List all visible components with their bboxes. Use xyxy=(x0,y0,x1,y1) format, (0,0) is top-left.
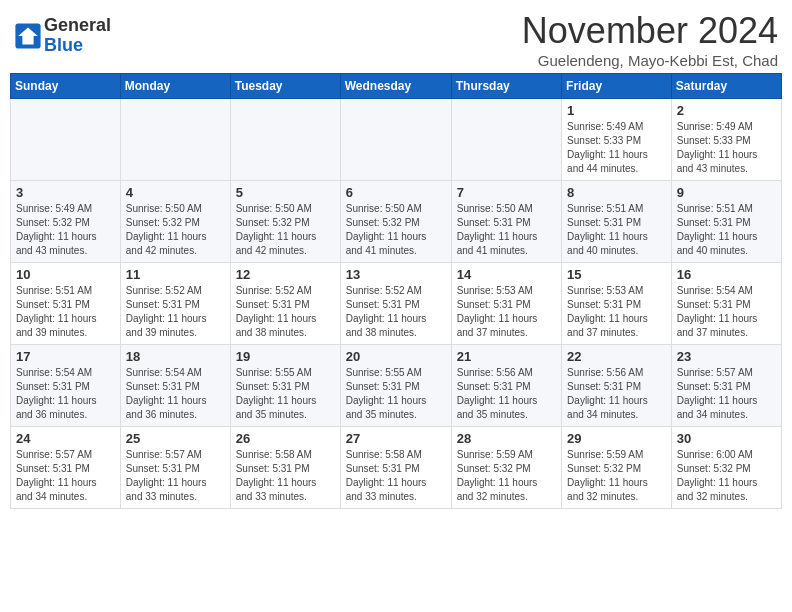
calendar-cell: 2Sunrise: 5:49 AM Sunset: 5:33 PM Daylig… xyxy=(671,99,781,181)
day-info: Sunrise: 5:51 AM Sunset: 5:31 PM Dayligh… xyxy=(567,202,666,258)
day-number: 25 xyxy=(126,431,225,446)
day-number: 2 xyxy=(677,103,776,118)
day-number: 30 xyxy=(677,431,776,446)
calendar-week-row: 17Sunrise: 5:54 AM Sunset: 5:31 PM Dayli… xyxy=(11,345,782,427)
day-number: 27 xyxy=(346,431,446,446)
day-info: Sunrise: 5:54 AM Sunset: 5:31 PM Dayligh… xyxy=(126,366,225,422)
title-section: November 2024 Guelendeng, Mayo-Kebbi Est… xyxy=(522,10,778,69)
day-info: Sunrise: 5:50 AM Sunset: 5:31 PM Dayligh… xyxy=(457,202,556,258)
logo-blue-text: Blue xyxy=(44,36,111,56)
calendar-cell: 11Sunrise: 5:52 AM Sunset: 5:31 PM Dayli… xyxy=(120,263,230,345)
day-info: Sunrise: 5:52 AM Sunset: 5:31 PM Dayligh… xyxy=(126,284,225,340)
day-number: 19 xyxy=(236,349,335,364)
day-number: 10 xyxy=(16,267,115,282)
calendar-cell: 3Sunrise: 5:49 AM Sunset: 5:32 PM Daylig… xyxy=(11,181,121,263)
calendar-cell: 25Sunrise: 5:57 AM Sunset: 5:31 PM Dayli… xyxy=(120,427,230,509)
page-header: General Blue November 2024 Guelendeng, M… xyxy=(10,10,782,69)
location-subtitle: Guelendeng, Mayo-Kebbi Est, Chad xyxy=(522,52,778,69)
calendar-cell: 7Sunrise: 5:50 AM Sunset: 5:31 PM Daylig… xyxy=(451,181,561,263)
day-info: Sunrise: 5:56 AM Sunset: 5:31 PM Dayligh… xyxy=(567,366,666,422)
calendar-table: SundayMondayTuesdayWednesdayThursdayFrid… xyxy=(10,73,782,509)
calendar-cell xyxy=(451,99,561,181)
calendar-cell: 29Sunrise: 5:59 AM Sunset: 5:32 PM Dayli… xyxy=(562,427,672,509)
calendar-cell: 23Sunrise: 5:57 AM Sunset: 5:31 PM Dayli… xyxy=(671,345,781,427)
day-number: 3 xyxy=(16,185,115,200)
calendar-cell: 1Sunrise: 5:49 AM Sunset: 5:33 PM Daylig… xyxy=(562,99,672,181)
logo-general-text: General xyxy=(44,16,111,36)
calendar-week-row: 10Sunrise: 5:51 AM Sunset: 5:31 PM Dayli… xyxy=(11,263,782,345)
calendar-cell: 13Sunrise: 5:52 AM Sunset: 5:31 PM Dayli… xyxy=(340,263,451,345)
day-info: Sunrise: 6:00 AM Sunset: 5:32 PM Dayligh… xyxy=(677,448,776,504)
day-info: Sunrise: 5:49 AM Sunset: 5:33 PM Dayligh… xyxy=(567,120,666,176)
calendar-cell: 24Sunrise: 5:57 AM Sunset: 5:31 PM Dayli… xyxy=(11,427,121,509)
day-info: Sunrise: 5:54 AM Sunset: 5:31 PM Dayligh… xyxy=(16,366,115,422)
day-info: Sunrise: 5:49 AM Sunset: 5:33 PM Dayligh… xyxy=(677,120,776,176)
day-info: Sunrise: 5:58 AM Sunset: 5:31 PM Dayligh… xyxy=(236,448,335,504)
calendar-week-row: 3Sunrise: 5:49 AM Sunset: 5:32 PM Daylig… xyxy=(11,181,782,263)
weekday-header-saturday: Saturday xyxy=(671,74,781,99)
day-info: Sunrise: 5:51 AM Sunset: 5:31 PM Dayligh… xyxy=(16,284,115,340)
day-number: 7 xyxy=(457,185,556,200)
calendar-cell: 30Sunrise: 6:00 AM Sunset: 5:32 PM Dayli… xyxy=(671,427,781,509)
day-number: 18 xyxy=(126,349,225,364)
day-number: 21 xyxy=(457,349,556,364)
calendar-cell: 4Sunrise: 5:50 AM Sunset: 5:32 PM Daylig… xyxy=(120,181,230,263)
calendar-cell: 19Sunrise: 5:55 AM Sunset: 5:31 PM Dayli… xyxy=(230,345,340,427)
day-number: 12 xyxy=(236,267,335,282)
day-number: 14 xyxy=(457,267,556,282)
calendar-cell xyxy=(230,99,340,181)
day-info: Sunrise: 5:56 AM Sunset: 5:31 PM Dayligh… xyxy=(457,366,556,422)
day-info: Sunrise: 5:55 AM Sunset: 5:31 PM Dayligh… xyxy=(346,366,446,422)
calendar-cell: 17Sunrise: 5:54 AM Sunset: 5:31 PM Dayli… xyxy=(11,345,121,427)
day-info: Sunrise: 5:59 AM Sunset: 5:32 PM Dayligh… xyxy=(457,448,556,504)
day-number: 29 xyxy=(567,431,666,446)
day-number: 13 xyxy=(346,267,446,282)
weekday-header-wednesday: Wednesday xyxy=(340,74,451,99)
day-info: Sunrise: 5:53 AM Sunset: 5:31 PM Dayligh… xyxy=(457,284,556,340)
calendar-cell: 12Sunrise: 5:52 AM Sunset: 5:31 PM Dayli… xyxy=(230,263,340,345)
day-number: 28 xyxy=(457,431,556,446)
day-number: 1 xyxy=(567,103,666,118)
day-number: 4 xyxy=(126,185,225,200)
day-number: 15 xyxy=(567,267,666,282)
day-number: 26 xyxy=(236,431,335,446)
calendar-week-row: 1Sunrise: 5:49 AM Sunset: 5:33 PM Daylig… xyxy=(11,99,782,181)
calendar-cell: 10Sunrise: 5:51 AM Sunset: 5:31 PM Dayli… xyxy=(11,263,121,345)
day-info: Sunrise: 5:53 AM Sunset: 5:31 PM Dayligh… xyxy=(567,284,666,340)
calendar-cell: 18Sunrise: 5:54 AM Sunset: 5:31 PM Dayli… xyxy=(120,345,230,427)
day-info: Sunrise: 5:58 AM Sunset: 5:31 PM Dayligh… xyxy=(346,448,446,504)
calendar-cell: 28Sunrise: 5:59 AM Sunset: 5:32 PM Dayli… xyxy=(451,427,561,509)
day-number: 17 xyxy=(16,349,115,364)
day-info: Sunrise: 5:50 AM Sunset: 5:32 PM Dayligh… xyxy=(346,202,446,258)
day-info: Sunrise: 5:52 AM Sunset: 5:31 PM Dayligh… xyxy=(236,284,335,340)
calendar-cell: 6Sunrise: 5:50 AM Sunset: 5:32 PM Daylig… xyxy=(340,181,451,263)
logo: General Blue xyxy=(14,16,111,56)
calendar-cell: 22Sunrise: 5:56 AM Sunset: 5:31 PM Dayli… xyxy=(562,345,672,427)
day-info: Sunrise: 5:50 AM Sunset: 5:32 PM Dayligh… xyxy=(236,202,335,258)
logo-icon xyxy=(14,22,42,50)
day-info: Sunrise: 5:54 AM Sunset: 5:31 PM Dayligh… xyxy=(677,284,776,340)
weekday-header-sunday: Sunday xyxy=(11,74,121,99)
day-number: 6 xyxy=(346,185,446,200)
day-number: 16 xyxy=(677,267,776,282)
calendar-cell: 8Sunrise: 5:51 AM Sunset: 5:31 PM Daylig… xyxy=(562,181,672,263)
calendar-cell xyxy=(120,99,230,181)
weekday-header-monday: Monday xyxy=(120,74,230,99)
day-number: 23 xyxy=(677,349,776,364)
calendar-cell: 14Sunrise: 5:53 AM Sunset: 5:31 PM Dayli… xyxy=(451,263,561,345)
calendar-cell: 26Sunrise: 5:58 AM Sunset: 5:31 PM Dayli… xyxy=(230,427,340,509)
calendar-week-row: 24Sunrise: 5:57 AM Sunset: 5:31 PM Dayli… xyxy=(11,427,782,509)
calendar-cell: 16Sunrise: 5:54 AM Sunset: 5:31 PM Dayli… xyxy=(671,263,781,345)
day-number: 8 xyxy=(567,185,666,200)
day-number: 22 xyxy=(567,349,666,364)
weekday-header-friday: Friday xyxy=(562,74,672,99)
day-number: 24 xyxy=(16,431,115,446)
calendar-cell: 27Sunrise: 5:58 AM Sunset: 5:31 PM Dayli… xyxy=(340,427,451,509)
weekday-header-tuesday: Tuesday xyxy=(230,74,340,99)
day-info: Sunrise: 5:50 AM Sunset: 5:32 PM Dayligh… xyxy=(126,202,225,258)
day-info: Sunrise: 5:52 AM Sunset: 5:31 PM Dayligh… xyxy=(346,284,446,340)
day-info: Sunrise: 5:59 AM Sunset: 5:32 PM Dayligh… xyxy=(567,448,666,504)
day-info: Sunrise: 5:51 AM Sunset: 5:31 PM Dayligh… xyxy=(677,202,776,258)
day-info: Sunrise: 5:57 AM Sunset: 5:31 PM Dayligh… xyxy=(16,448,115,504)
day-number: 11 xyxy=(126,267,225,282)
